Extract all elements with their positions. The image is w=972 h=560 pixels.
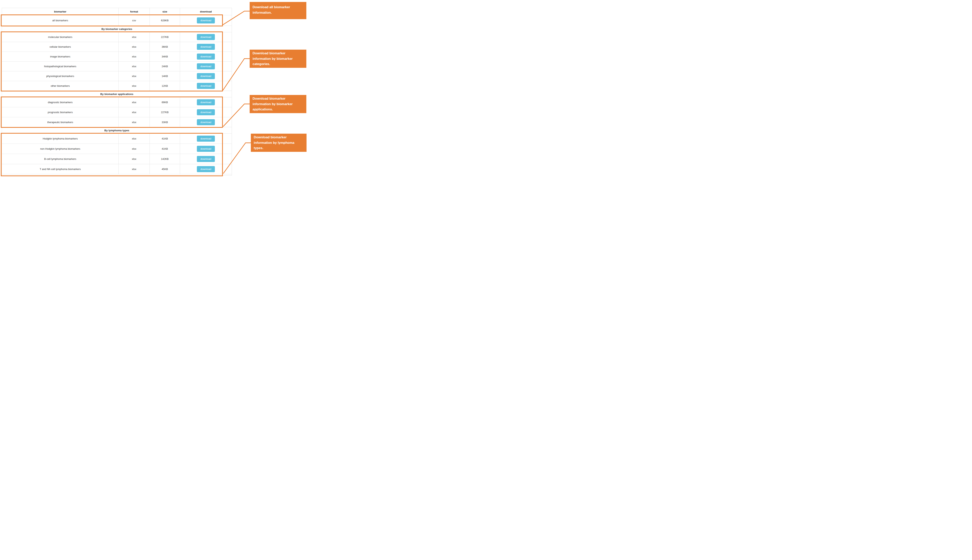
cell-size: 34KB <box>150 52 180 62</box>
table-row: physiological biomarkersxlsx14KBdownload <box>2 71 232 81</box>
download-button[interactable]: download <box>197 99 215 105</box>
cell-download: download <box>180 42 232 52</box>
download-button[interactable]: download <box>197 53 215 60</box>
table-row: T and NK-cell lymphoma biomarkersxlsx45K… <box>2 164 232 174</box>
download-button[interactable]: download <box>197 136 215 142</box>
download-button[interactable]: download <box>197 73 215 79</box>
cell-format: xlsx <box>119 154 150 164</box>
cell-biomarker: T and NK-cell lymphoma biomarkers <box>2 164 119 174</box>
table-row: other biomarkersxlsx12KBdownload <box>2 81 232 91</box>
cell-download: download <box>180 164 232 174</box>
column-header-biomarker: biomarker <box>2 8 119 15</box>
cell-biomarker: other biomarkers <box>2 81 119 91</box>
cell-biomarker: non-Hodgkin lymphoma biomarkers <box>2 144 119 154</box>
download-button[interactable]: download <box>197 119 215 125</box>
cell-download: download <box>180 144 232 154</box>
cell-format: xlsx <box>119 42 150 52</box>
cell-size: 33KB <box>150 117 180 127</box>
cell-biomarker: histopathological biomarkers <box>2 62 119 71</box>
table-row: image biomarkersxlsx34KBdownload <box>2 52 232 62</box>
cell-biomarker: Hodgkin lymphoma biomarkers <box>2 133 119 144</box>
cell-biomarker: cellular biomarkers <box>2 42 119 52</box>
section-header-row: By lymphoma types <box>2 127 232 133</box>
cell-download: download <box>180 97 232 107</box>
download-button[interactable]: download <box>197 109 215 115</box>
cell-format: xlsx <box>119 144 150 154</box>
cell-download: download <box>180 71 232 81</box>
cell-biomarker: therapeutic biomarkers <box>2 117 119 127</box>
cell-size: 142KB <box>150 154 180 164</box>
callout-lymphoma: Download biomarker information by lympho… <box>251 133 307 152</box>
download-button[interactable]: download <box>197 44 215 50</box>
section-header: By biomarker categories <box>2 26 232 32</box>
cell-format: xlsx <box>119 32 150 42</box>
table-row: all biomarkerscsv628KBdownload <box>2 15 232 26</box>
cell-download: download <box>180 117 232 127</box>
cell-biomarker: all biomarkers <box>2 15 119 26</box>
cell-format: xlsx <box>119 97 150 107</box>
cell-biomarker: prognostic biomarkers <box>2 107 119 117</box>
cell-size: 14KB <box>150 71 180 81</box>
cell-download: download <box>180 15 232 26</box>
cell-size: 45KB <box>150 164 180 174</box>
column-header-download: download <box>180 8 232 15</box>
cell-download: download <box>180 62 232 71</box>
table-row: diagnostic biomarkersxlsx69KBdownload <box>2 97 232 107</box>
cell-download: download <box>180 107 232 117</box>
table-row: B-cell lymphoma biomarkersxlsx142KBdownl… <box>2 154 232 164</box>
table-row: cellular biomarkersxlsx36KBdownload <box>2 42 232 52</box>
cell-download: download <box>180 81 232 91</box>
cell-format: csv <box>119 15 150 26</box>
table-body: all biomarkerscsv628KBdownloadBy biomark… <box>2 15 232 176</box>
callout-categories: Download biomarker information by biomar… <box>250 50 306 68</box>
table-row: non-Hodgkin lymphoma biomarkersxlsx41KBd… <box>2 144 232 154</box>
cell-size: 12KB <box>150 81 180 91</box>
cell-format: xlsx <box>119 117 150 127</box>
cell-format: xlsx <box>119 71 150 81</box>
section-header-row: By biomarker applications <box>2 91 232 97</box>
cell-download: download <box>180 154 232 164</box>
cell-download: download <box>180 52 232 62</box>
download-button[interactable]: download <box>197 83 215 89</box>
cell-download: download <box>180 32 232 42</box>
cell-biomarker: physiological biomarkers <box>2 71 119 81</box>
cell-download: download <box>180 133 232 144</box>
cell-size: 24KB <box>150 62 180 71</box>
biomarker-download-table: biomarker format size download all bioma… <box>2 8 232 176</box>
cell-biomarker: diagnostic biomarkers <box>2 97 119 107</box>
cell-format: xlsx <box>119 164 150 174</box>
callout-applications: Download biomarker information by biomar… <box>250 95 306 113</box>
download-button[interactable]: download <box>197 63 215 69</box>
cell-size: 227KB <box>150 32 180 42</box>
table-row: histopathological biomarkersxlsx24KBdown… <box>2 62 232 71</box>
table-header-row: biomarker format size download <box>2 8 232 15</box>
cell-format: xlsx <box>119 62 150 71</box>
empty-sliver-row <box>2 174 232 176</box>
cell-format: xlsx <box>119 107 150 117</box>
section-header-row: By biomarker categories <box>2 26 232 32</box>
cell-format: xlsx <box>119 52 150 62</box>
cell-size: 41KB <box>150 133 180 144</box>
empty-sliver-cell <box>2 174 232 176</box>
column-header-format: format <box>119 8 150 15</box>
download-button[interactable]: download <box>197 17 215 23</box>
cell-size: 36KB <box>150 42 180 52</box>
download-button[interactable]: download <box>197 34 215 40</box>
cell-biomarker: molecular biomarkers <box>2 32 119 42</box>
cell-biomarker: B-cell lymphoma biomarkers <box>2 154 119 164</box>
download-button[interactable]: download <box>197 156 215 162</box>
table-row: therapeutic biomarkersxlsx33KBdownload <box>2 117 232 127</box>
section-header: By lymphoma types <box>2 127 232 133</box>
download-page: biomarker format size download all bioma… <box>0 0 307 177</box>
download-button[interactable]: download <box>197 146 215 152</box>
cell-biomarker: image biomarkers <box>2 52 119 62</box>
cell-size: 69KB <box>150 97 180 107</box>
table-row: molecular biomarkersxlsx227KBdownload <box>2 32 232 42</box>
cell-size: 227KB <box>150 107 180 117</box>
cell-format: xlsx <box>119 81 150 91</box>
download-button[interactable]: download <box>197 166 215 172</box>
table-header: biomarker format size download <box>2 8 232 15</box>
section-header: By biomarker applications <box>2 91 232 97</box>
table-row: prognostic biomarkersxlsx227KBdownload <box>2 107 232 117</box>
callout-all-biomarkers: Download all biomarker information. <box>250 2 306 19</box>
